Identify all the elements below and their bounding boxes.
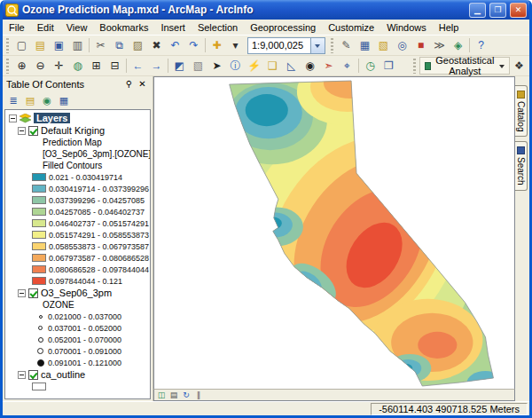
o3-points-checkbox[interactable] — [28, 288, 38, 298]
undo-button[interactable]: ↶ — [166, 36, 184, 55]
fixed-zoom-in-button[interactable]: ⊞ — [87, 57, 106, 75]
menu-help[interactable]: Help — [433, 20, 466, 35]
toolbar-grip[interactable] — [413, 59, 416, 74]
clear-selection-button[interactable]: ▧ — [189, 57, 207, 75]
map-scale-combo[interactable]: 1:9,000,025 — [247, 37, 325, 54]
cut-button[interactable]: ✂ — [91, 36, 110, 55]
ca-outline-checkbox[interactable] — [28, 370, 38, 380]
refresh-view-button[interactable]: ↻ — [180, 390, 192, 400]
full-extent-button[interactable]: ◍ — [68, 57, 87, 75]
menu-file[interactable]: File — [3, 20, 31, 35]
layers-expander[interactable] — [9, 114, 17, 122]
layers-group-label[interactable]: Layers — [34, 113, 70, 123]
toolbar-grip[interactable] — [6, 38, 9, 53]
point-symbol-icon[interactable] — [35, 348, 45, 354]
ga-explore-data-button[interactable]: ❖ — [510, 57, 528, 75]
back-extent-button[interactable]: ← — [129, 57, 147, 75]
fixed-zoom-out-button[interactable]: ⊟ — [106, 57, 124, 75]
python-window-button[interactable]: ≫ — [430, 36, 449, 55]
toolbar-grip[interactable] — [331, 38, 333, 53]
list-by-source-button[interactable]: ▤ — [22, 92, 38, 108]
identify-tool[interactable]: ⓘ — [226, 57, 245, 75]
new-map-button[interactable]: ▢ — [12, 36, 31, 55]
select-elements-tool[interactable]: ➤ — [207, 57, 226, 75]
delete-button[interactable]: ✖ — [147, 36, 166, 55]
point-symbol-icon[interactable] — [35, 359, 45, 367]
find-button[interactable]: ◉ — [301, 57, 319, 75]
default-kriging-expander[interactable] — [18, 127, 26, 135]
list-by-drawing-order-button[interactable]: ≣ — [5, 92, 21, 108]
o3-points-label[interactable]: O3_Sep06_3pm — [41, 288, 112, 298]
model-builder-button[interactable]: ◈ — [449, 36, 467, 55]
legend-color-swatch[interactable] — [32, 265, 46, 273]
default-kriging-label[interactable]: Default Kriging — [41, 125, 105, 136]
legend-color-swatch[interactable] — [32, 208, 46, 216]
legend-color-swatch[interactable] — [32, 219, 46, 227]
arctoolbox-button[interactable]: ■ — [411, 36, 430, 55]
legend-color-swatch[interactable] — [32, 254, 46, 262]
ca-outline-swatch[interactable] — [32, 383, 46, 390]
legend-color-swatch[interactable] — [32, 173, 46, 181]
hyperlink-tool[interactable]: ⚡ — [245, 57, 263, 75]
pause-drawing-button[interactable]: ∥ — [192, 390, 205, 400]
map-scale-dropdown-button[interactable] — [310, 38, 325, 53]
list-by-selection-button[interactable]: ▦ — [56, 92, 72, 108]
pan-tool[interactable]: ✛ — [50, 57, 68, 75]
help-button[interactable]: ? — [472, 36, 490, 55]
legend-color-swatch[interactable] — [32, 185, 46, 193]
legend-color-swatch[interactable] — [32, 231, 46, 239]
editor-toolbar-button[interactable]: ✎ — [337, 36, 356, 55]
close-button[interactable]: ✕ — [510, 3, 527, 18]
data-view-button[interactable]: ◫ — [155, 390, 168, 400]
title-bar[interactable]: Ozone Prediction Map.mxd - ArcMap - ArcI… — [3, 0, 529, 20]
menu-view[interactable]: View — [60, 20, 94, 35]
tab-catalog[interactable]: Catalog — [515, 85, 528, 137]
toc-close-icon[interactable]: ✕ — [136, 78, 149, 91]
legend-color-swatch[interactable] — [32, 242, 46, 250]
paste-button[interactable]: ▨ — [129, 36, 147, 55]
o3-points-expander[interactable] — [18, 289, 26, 297]
toolbar-grip[interactable] — [6, 59, 9, 74]
table-of-contents-button[interactable]: ▦ — [356, 36, 374, 55]
catalog-window-button[interactable]: ▧ — [374, 36, 393, 55]
layout-view-button[interactable]: ▤ — [168, 390, 180, 400]
point-symbol-icon[interactable] — [35, 337, 45, 343]
point-symbol-icon[interactable] — [35, 315, 45, 319]
measure-tool[interactable]: ◺ — [282, 57, 301, 75]
time-slider-button[interactable]: ◷ — [361, 57, 379, 75]
select-features-tool[interactable]: ◩ — [170, 57, 189, 75]
default-kriging-checkbox[interactable] — [28, 126, 38, 136]
menu-customize[interactable]: Customize — [322, 20, 380, 35]
legend-color-swatch[interactable] — [32, 196, 46, 204]
menu-selection[interactable]: Selection — [192, 20, 244, 35]
map-view[interactable] — [153, 76, 515, 389]
toc-header[interactable]: Table Of Contents ⚲ ✕ — [4, 76, 151, 91]
list-by-visibility-button[interactable]: ◉ — [39, 92, 55, 108]
point-symbol-icon[interactable] — [35, 326, 45, 330]
menu-windows[interactable]: Windows — [380, 20, 433, 35]
go-to-xy-button[interactable]: ⌖ — [338, 57, 356, 75]
tab-search[interactable]: Search — [515, 141, 528, 191]
save-button[interactable]: ▣ — [50, 36, 68, 55]
menu-bookmarks[interactable]: Bookmarks — [93, 20, 154, 35]
copy-button[interactable]: ⧉ — [110, 36, 129, 55]
maximize-button[interactable]: ❐ — [489, 3, 506, 18]
find-route-button[interactable]: ➣ — [319, 57, 338, 75]
geostatistical-analyst-menu-button[interactable]: Geostatistical Analyst — [419, 57, 510, 75]
print-button[interactable]: ▥ — [68, 36, 87, 55]
open-button[interactable]: ▤ — [31, 36, 50, 55]
ca-outline-label[interactable]: ca_outline — [41, 369, 85, 380]
menu-geoprocessing[interactable]: Geoprocessing — [244, 20, 322, 35]
redo-button[interactable]: ↷ — [184, 36, 203, 55]
menu-insert[interactable]: Insert — [154, 20, 192, 35]
add-data-dropdown-button[interactable]: ▾ — [226, 36, 245, 55]
add-data-button[interactable]: ✚ — [207, 36, 226, 55]
legend-color-swatch[interactable] — [32, 277, 46, 285]
forward-extent-button[interactable]: → — [147, 57, 166, 75]
zoom-out-tool[interactable]: ⊖ — [31, 57, 50, 75]
menu-edit[interactable]: Edit — [31, 20, 60, 35]
viewer-window-button[interactable]: ❐ — [379, 57, 398, 75]
toc-pin-icon[interactable]: ⚲ — [122, 78, 136, 91]
map-scale-value[interactable]: 1:9,000,025 — [248, 40, 310, 51]
search-window-button[interactable]: ◎ — [393, 36, 411, 55]
